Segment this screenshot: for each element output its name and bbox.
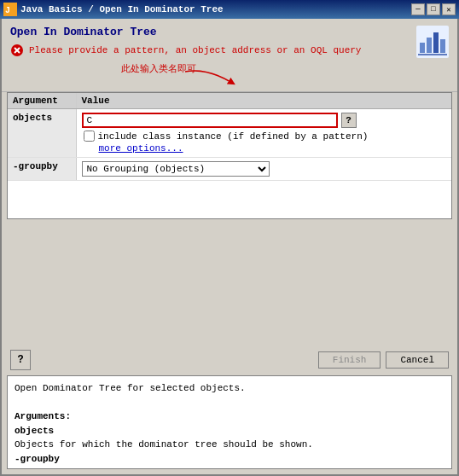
app-icon: J xyxy=(3,3,17,16)
error-message: Please provide a pattern, an object addr… xyxy=(29,45,361,55)
objects-input[interactable] xyxy=(82,113,338,128)
objects-help-button[interactable]: ? xyxy=(341,113,357,128)
desc-intro: Open Dominator Tree for selected objects… xyxy=(15,381,444,396)
checkbox-label: include class instance (if defined by a … xyxy=(98,131,369,142)
error-row: Please provide a pattern, an object addr… xyxy=(10,44,449,57)
form-table: Argument Value objects ? includ xyxy=(8,93,451,181)
checkbox-row: include class instance (if defined by a … xyxy=(84,131,447,142)
groupby-select[interactable]: No Grouping (objects) Group by Class Gro… xyxy=(82,161,270,177)
annotation-arrow xyxy=(181,67,241,88)
dialog: Open In Dominator Tree Please provide a … xyxy=(0,19,459,476)
svg-rect-7 xyxy=(420,43,425,53)
description-area: Open Dominator Tree for selected objects… xyxy=(7,375,452,469)
minimize-button[interactable]: ─ xyxy=(411,3,425,15)
btn-group: Finish Cancel xyxy=(318,351,449,369)
dialog-title: Open In Dominator Tree xyxy=(10,26,449,38)
chart-icon xyxy=(416,26,449,58)
finish-button[interactable]: Finish xyxy=(318,351,381,369)
maximize-button[interactable]: □ xyxy=(427,3,440,15)
form-area: Argument Value objects ? includ xyxy=(7,92,452,219)
table-row: objects ? include class instance (if def… xyxy=(8,109,451,158)
objects-value-cell: ? include class instance (if defined by … xyxy=(76,109,451,158)
table-row: -groupby No Grouping (objects) Group by … xyxy=(8,158,451,181)
close-button[interactable]: ✕ xyxy=(442,3,456,15)
dialog-header: Open In Dominator Tree Please provide a … xyxy=(2,19,457,92)
col-val-header: Value xyxy=(76,93,451,109)
error-icon xyxy=(10,44,24,57)
svg-text:J: J xyxy=(5,6,10,15)
include-class-checkbox[interactable] xyxy=(84,131,95,142)
more-options-link[interactable]: more options... xyxy=(99,143,447,154)
cancel-button[interactable]: Cancel xyxy=(386,351,449,369)
desc-objects-text: Objects for which the dominator tree sho… xyxy=(15,438,444,452)
svg-rect-8 xyxy=(427,38,432,53)
desc-objects-label: objects xyxy=(15,424,444,438)
button-bar: ? Finish Cancel xyxy=(2,345,457,375)
groupby-value-cell: No Grouping (objects) Group by Class Gro… xyxy=(76,158,451,181)
col-arg-header: Argument xyxy=(8,93,76,109)
titlebar: J Java Basics / Open In Dominator Tree ─… xyxy=(0,0,459,19)
help-button[interactable]: ? xyxy=(10,350,31,370)
svg-rect-9 xyxy=(433,32,439,53)
desc-arguments-label: Arguments: xyxy=(15,409,444,424)
desc-groupby-text: Whether to group the objects in the resu… xyxy=(15,466,444,469)
desc-groupby-label: -groupby xyxy=(15,452,444,467)
input-row: ? xyxy=(82,113,447,128)
arg-objects-label: objects xyxy=(8,109,76,158)
svg-rect-10 xyxy=(440,39,445,53)
arg-groupby-label: -groupby xyxy=(8,158,76,181)
window-title: Java Basics / Open In Dominator Tree xyxy=(20,4,224,15)
